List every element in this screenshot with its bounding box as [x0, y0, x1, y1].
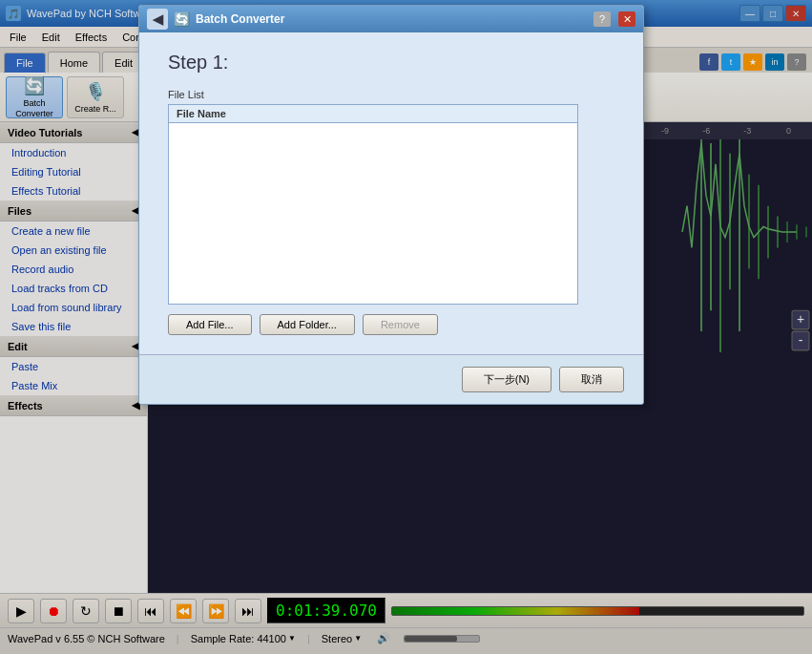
file-list-box: File Name	[168, 104, 578, 305]
file-name-column-header: File Name	[169, 105, 577, 123]
remove-button[interactable]: Remove	[363, 314, 438, 335]
file-list-buttons: Add File... Add Folder... Remove	[168, 314, 614, 335]
dialog-title-text: Batch Converter	[196, 12, 284, 26]
dialog-icon: 🔄	[174, 11, 190, 27]
add-folder-button[interactable]: Add Folder...	[260, 314, 355, 335]
dialog-content: Step 1: File List File Name Add File... …	[139, 32, 643, 354]
add-file-button[interactable]: Add File...	[168, 314, 252, 335]
step-title: Step 1:	[168, 52, 614, 74]
dialog-titlebar: ◀ 🔄 Batch Converter ? ✕	[139, 6, 643, 32]
cancel-button[interactable]: 取消	[559, 367, 624, 392]
dialog-close-button[interactable]: ✕	[618, 11, 635, 27]
dialog-footer: 下一步(N) 取消	[139, 354, 643, 404]
batch-converter-dialog: ◀ 🔄 Batch Converter ? ✕ Step 1: File Lis…	[138, 5, 644, 405]
next-step-button[interactable]: 下一步(N)	[462, 367, 552, 392]
dialog-help-button[interactable]: ?	[593, 11, 611, 27]
file-list-label: File List	[168, 89, 614, 100]
dialog-back-button[interactable]: ◀	[147, 9, 168, 30]
dialog-overlay: ◀ 🔄 Batch Converter ? ✕ Step 1: File Lis…	[0, 0, 812, 654]
back-arrow-icon: ◀	[153, 11, 163, 27]
